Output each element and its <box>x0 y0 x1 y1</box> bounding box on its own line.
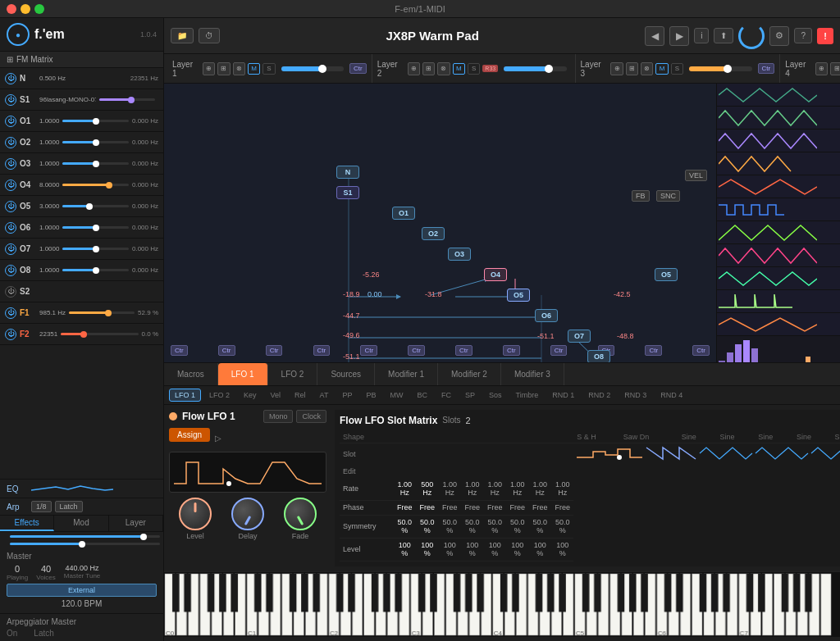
sym-val-5[interactable]: 50.0 % <box>506 516 529 537</box>
eq-row[interactable]: EQ <box>0 480 163 498</box>
tab-lfo2[interactable]: LFO 2 <box>268 363 318 385</box>
alert-btn[interactable]: ! <box>817 28 833 44</box>
layer1-m[interactable]: M <box>248 63 260 75</box>
layer4-copy[interactable]: ⊕ <box>815 62 828 75</box>
layer1-copy[interactable]: ⊕ <box>203 62 215 75</box>
rate-val-6[interactable]: 1.00 Hz <box>528 479 551 499</box>
mono-btn[interactable]: Mono <box>263 410 294 423</box>
sidebar-row-O2[interactable]: ⏻ O2 1.0000 0.000 Hz <box>0 132 163 153</box>
slider-O7[interactable] <box>62 248 129 250</box>
arp-val[interactable]: 1/8 <box>31 501 52 512</box>
ctr-5[interactable]: Ctr <box>408 345 425 356</box>
layer1-s[interactable]: S <box>262 63 275 75</box>
power-O7[interactable]: ⏻ <box>5 243 16 255</box>
lfo-stab-timbre[interactable]: Timbre <box>510 389 545 402</box>
rate-val-7[interactable]: 1.00 Hz <box>551 479 574 499</box>
sidebar-row-O5[interactable]: ⏻ O5 3.0000 0.000 Hz <box>0 196 163 217</box>
slider-O3[interactable] <box>62 162 129 165</box>
lfo-stab-at[interactable]: AT <box>314 389 335 402</box>
power-F2[interactable]: ⏻ <box>5 329 16 340</box>
lfo-stab-pp[interactable]: PP <box>336 389 358 402</box>
layer3-slider[interactable] <box>689 66 751 71</box>
layer4-paste[interactable]: ⊞ <box>830 62 840 75</box>
lfo-stab-lfo2[interactable]: LFO 2 <box>203 389 235 402</box>
sym-val-0[interactable]: 50.0 % <box>393 516 416 537</box>
piano-area[interactable] <box>164 571 840 637</box>
slider-F2[interactable] <box>61 333 138 335</box>
layer3-s[interactable]: S <box>671 63 683 75</box>
ctr-10[interactable]: Ctr <box>645 345 662 356</box>
ctr-0[interactable]: Ctr <box>171 345 188 356</box>
node-O3[interactable]: O3 <box>448 248 471 261</box>
knob-level[interactable] <box>179 498 212 530</box>
settings-btn[interactable]: ⚙ <box>769 26 789 46</box>
minimize-btn[interactable] <box>21 4 30 14</box>
clock-btn[interactable]: ⏱ <box>199 28 220 43</box>
layer3-copy[interactable]: ⊕ <box>610 62 623 75</box>
sym-val-2[interactable]: 50.0 % <box>438 516 461 537</box>
tab-effects[interactable]: Effects <box>0 516 54 531</box>
lfo-stab-fc[interactable]: FC <box>436 389 457 402</box>
slider-O5[interactable] <box>62 205 129 207</box>
sidebar-row-N[interactable]: ⏻ N 0.500 Hz 22351 Hz <box>0 68 163 89</box>
sym-val-6[interactable]: 50.0 % <box>528 516 551 537</box>
sidebar-row-O1[interactable]: ⏻ O1 1.0000 0.000 Hz <box>0 111 163 132</box>
sym-val-3[interactable]: 50.0 % <box>461 516 484 537</box>
lfo-stab-bc[interactable]: BC <box>411 389 433 402</box>
node-O7[interactable]: O7 <box>568 330 591 343</box>
slider-O4[interactable] <box>62 184 129 186</box>
phase-val-1[interactable]: Free <box>416 502 439 514</box>
phase-val-5[interactable]: Free <box>506 502 529 514</box>
lev-val-2[interactable]: 100 % <box>438 539 461 560</box>
rate-val-3[interactable]: 1.00 Hz <box>461 479 484 499</box>
sidebar-row-O3[interactable]: ⏻ O3 1.0000 0.000 Hz <box>0 153 163 175</box>
sidebar-row-O8[interactable]: ⏻ O8 1.0000 0.000 Hz <box>0 260 163 281</box>
power-O4[interactable]: ⏻ <box>5 180 16 191</box>
node-O8[interactable]: O8 <box>587 350 610 362</box>
lev-val-6[interactable]: 100 % <box>528 539 551 560</box>
rate-val-4[interactable]: 1.00 Hz <box>483 479 506 499</box>
snc-label[interactable]: SNC <box>656 190 680 202</box>
export-btn[interactable]: ⬆ <box>714 28 733 43</box>
power-S1[interactable]: ⏻ <box>5 94 16 106</box>
tab-layer[interactable]: Layer <box>109 516 163 531</box>
tab-modifier2[interactable]: Modifier 2 <box>438 363 501 385</box>
arp-latch-label[interactable]: Latch <box>34 629 53 638</box>
phase-val-6[interactable]: Free <box>528 502 551 514</box>
lfo-stab-vel[interactable]: Vel <box>265 389 287 402</box>
ctr-4[interactable]: Ctr <box>360 345 377 356</box>
lfo-stab-rnd2[interactable]: RND 2 <box>582 389 616 402</box>
assign-btn[interactable]: Assign <box>169 428 210 442</box>
info-btn[interactable]: i <box>694 28 709 43</box>
lev-val-1[interactable]: 100 % <box>416 539 439 560</box>
ctr-11[interactable]: Ctr <box>692 345 710 356</box>
tab-lfo1[interactable]: LFO 1 <box>218 363 268 385</box>
sidebar-row-F2[interactable]: ⏻ F2 22351 0.0 % <box>0 324 163 345</box>
layer2-m[interactable]: M <box>453 63 465 75</box>
rate-val-2[interactable]: 1.00 Hz <box>438 479 461 499</box>
sidebar-row-O6[interactable]: ⏻ O6 1.0000 0.000 Hz <box>0 217 163 239</box>
arp-row[interactable]: Arp 1/8 Latch <box>0 498 163 516</box>
slider-O1[interactable] <box>62 120 129 122</box>
slider-O8[interactable] <box>62 269 129 271</box>
layer3-del[interactable]: ⊗ <box>641 62 653 75</box>
layer3-paste[interactable]: ⊞ <box>626 62 638 75</box>
phase-val-2[interactable]: Free <box>438 502 461 514</box>
rate-val-1[interactable]: 500 Hz <box>416 479 439 499</box>
piano-canvas[interactable] <box>164 572 832 637</box>
layer3-m[interactable]: M <box>655 63 668 75</box>
layer1-del[interactable]: ⊗ <box>233 62 245 75</box>
rate-val-0[interactable]: 1.00 Hz <box>393 479 416 499</box>
clock-btn-lfo[interactable]: Clock <box>296 410 326 423</box>
tab-modifier3[interactable]: Modifier 3 <box>501 363 564 385</box>
layer1-ctr[interactable]: Ctr <box>349 63 367 74</box>
ctr-8[interactable]: Ctr <box>550 345 568 356</box>
play-btn[interactable]: ▶ <box>669 26 689 46</box>
node-O4[interactable]: O4 <box>484 268 507 281</box>
lfo-stab-rnd3[interactable]: RND 3 <box>619 389 652 402</box>
power-N[interactable]: ⏻ <box>5 73 16 84</box>
layer1-slider[interactable] <box>281 66 344 71</box>
folder-btn[interactable]: 📁 <box>171 28 194 43</box>
layer1-paste[interactable]: ⊞ <box>217 62 230 75</box>
mod-slider[interactable] <box>10 543 160 545</box>
